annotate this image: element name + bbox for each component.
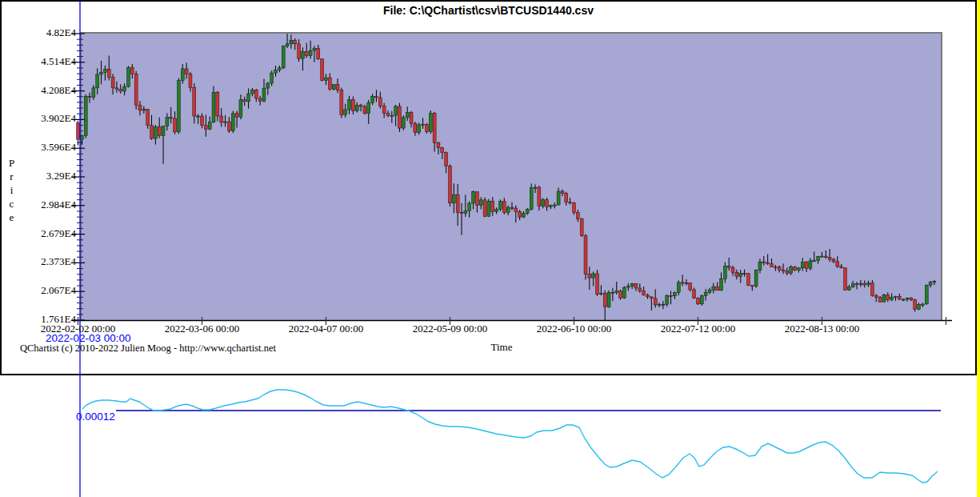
candle-down xyxy=(475,192,478,206)
candle-up xyxy=(208,122,211,130)
candle-up xyxy=(704,292,707,295)
candle-up xyxy=(797,268,800,271)
copyright-text: QChartist (c) 2010-2022 Julien Moog - ht… xyxy=(20,343,276,355)
candle-down xyxy=(832,259,835,262)
candle-down xyxy=(588,275,591,278)
candle-down xyxy=(681,283,684,283)
candle-up xyxy=(166,118,169,126)
y-tick-label: 2.067E4 xyxy=(41,284,76,297)
candle-up xyxy=(542,200,545,206)
candle-up xyxy=(847,287,850,291)
candle-up xyxy=(274,70,278,73)
candle-down xyxy=(328,78,331,89)
candle-down xyxy=(874,295,878,297)
candle-up xyxy=(611,292,614,293)
candle-up xyxy=(278,68,281,70)
candle-down xyxy=(770,263,773,267)
candle-down xyxy=(840,267,843,268)
candle-down xyxy=(107,69,110,77)
candle-down xyxy=(220,116,223,122)
candle-up xyxy=(96,74,99,88)
candle-down xyxy=(460,213,463,214)
candle-up xyxy=(592,274,595,278)
candle-down xyxy=(619,291,622,299)
candle-up xyxy=(754,271,758,287)
candle-up xyxy=(526,209,529,213)
candle-up xyxy=(890,297,894,299)
chart-canvas[interactable] xyxy=(0,0,980,497)
candle-down xyxy=(538,187,541,206)
candle-up xyxy=(355,106,358,111)
x-tick-label: 2022-05-09 00:00 xyxy=(413,323,488,335)
candle-up xyxy=(309,50,312,56)
candle-up xyxy=(181,69,184,81)
candle-down xyxy=(863,283,866,285)
candle-down xyxy=(170,118,173,118)
x-tick-label: 2022-06-10 00:00 xyxy=(537,323,612,335)
candle-down xyxy=(491,201,494,211)
candle-down xyxy=(696,298,699,303)
candle-up xyxy=(406,113,409,118)
candle-up xyxy=(464,210,467,213)
candle-up xyxy=(468,203,471,210)
candle-up xyxy=(247,94,250,102)
candle-up xyxy=(859,283,862,285)
candle-up xyxy=(479,200,482,206)
candle-up xyxy=(615,291,618,293)
candle-down xyxy=(134,74,138,105)
candle-up xyxy=(723,266,726,279)
y-tick-label: 2.373E4 xyxy=(41,256,76,269)
candle-up xyxy=(530,188,533,209)
candle-down xyxy=(786,271,789,274)
candle-down xyxy=(689,283,692,290)
candle-down xyxy=(425,124,428,131)
candle-up xyxy=(662,304,665,305)
candle-down xyxy=(561,191,564,194)
candle-down xyxy=(778,267,781,270)
candle-down xyxy=(716,287,719,291)
candle-up xyxy=(801,262,804,267)
candle-down xyxy=(693,290,696,299)
candle-up xyxy=(367,103,370,114)
candle-down xyxy=(731,267,734,272)
price-axis-label: Price xyxy=(5,157,18,225)
candle-down xyxy=(844,268,847,291)
candle-up xyxy=(720,279,723,291)
candle-down xyxy=(514,208,518,211)
candle-down xyxy=(510,207,514,208)
candle-up xyxy=(666,295,669,304)
candle-up xyxy=(487,201,490,216)
candle-down xyxy=(634,283,638,288)
candle-up xyxy=(677,283,680,293)
candle-down xyxy=(762,262,766,263)
candle-up xyxy=(212,92,215,122)
candle-up xyxy=(224,122,227,122)
candle-down xyxy=(870,283,874,295)
candle-down xyxy=(227,122,230,131)
candle-up xyxy=(685,283,688,283)
candle-up xyxy=(817,257,820,261)
plot-area[interactable] xyxy=(82,34,941,320)
candle-down xyxy=(321,59,324,81)
candle-up xyxy=(622,287,626,298)
candle-up xyxy=(154,126,157,138)
candle-up xyxy=(790,267,793,273)
candle-down xyxy=(774,267,777,268)
candle-down xyxy=(794,267,797,270)
candle-up xyxy=(813,261,816,262)
candle-down xyxy=(576,213,579,219)
candle-down xyxy=(642,291,646,295)
candle-up xyxy=(239,100,242,118)
candle-down xyxy=(158,126,161,135)
candle-down xyxy=(305,51,308,56)
candle-down xyxy=(910,298,913,299)
candle-up xyxy=(344,110,347,114)
candle-up xyxy=(402,118,405,128)
candle-down xyxy=(448,166,451,202)
candle-up xyxy=(929,283,932,285)
candle-down xyxy=(378,98,382,106)
candle-down xyxy=(878,298,882,303)
candle-up xyxy=(301,51,304,58)
candle-up xyxy=(231,114,234,131)
candle-down xyxy=(130,67,134,74)
